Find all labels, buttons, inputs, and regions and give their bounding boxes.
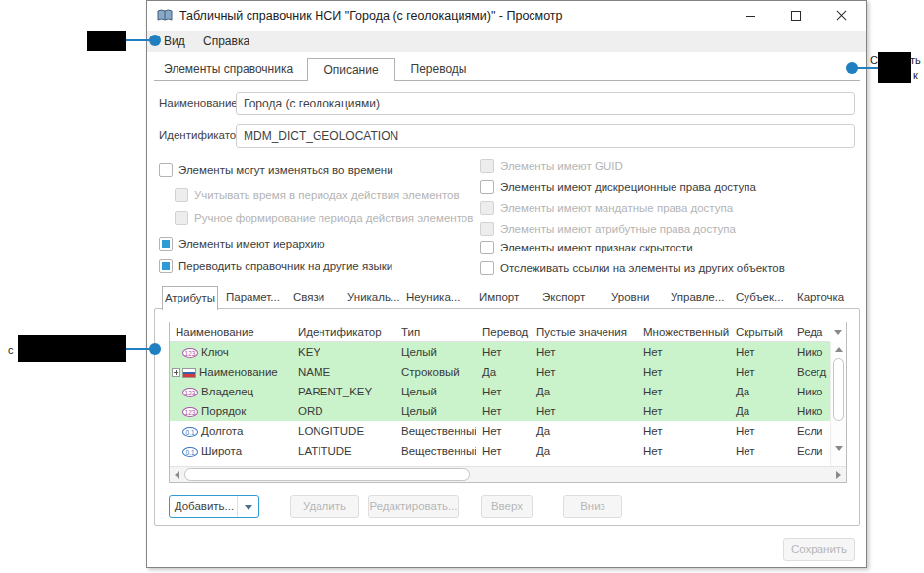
window-title: Табличный справочник НСИ "Города (с геол…: [179, 1, 563, 31]
tab-dictionary-elements[interactable]: Элементы справочника: [157, 59, 300, 80]
chevron-down-icon: [834, 330, 842, 335]
integer-type-icon: 123: [182, 407, 198, 417]
checkbox-icon: [159, 237, 173, 251]
minimize-button[interactable]: [728, 1, 773, 31]
attribute-row-order[interactable]: 123Порядок ORD Целый Нет Нет Нет Да Нико: [170, 401, 832, 421]
attribute-row-owner[interactable]: 123Владелец PARENT_KEY Целый Нет Да Нет …: [170, 382, 832, 401]
checkbox-icon: [175, 188, 188, 202]
menu-help[interactable]: Справка: [203, 31, 249, 52]
column-header-multiple[interactable]: Множественный: [637, 322, 730, 342]
tab-unique[interactable]: Уникаль...: [347, 287, 400, 307]
app-window: Табличный справочник НСИ "Города (с геол…: [146, 0, 867, 568]
add-button[interactable]: Добавить...: [169, 495, 259, 518]
tab-strip-divider: [154, 80, 860, 81]
callout-line: [126, 39, 150, 41]
column-header-type[interactable]: Тип: [395, 322, 476, 342]
checkbox-mandatory-rights: Элементы имеют мандатные права доступа: [480, 198, 733, 213]
redaction-box-table: [18, 335, 126, 362]
column-header-identifier[interactable]: Идентификатор: [292, 322, 395, 342]
edit-button: Редактировать...: [368, 495, 459, 518]
checkbox-time-variation[interactable]: Элементы могут изменяться во времени: [159, 160, 393, 175]
scroll-up-icon[interactable]: [835, 347, 843, 352]
chevron-down-icon: [245, 505, 252, 510]
annotation-fragment: к: [913, 69, 918, 81]
checkbox-hidden-flag[interactable]: Элементы имеют признак скрытости: [480, 238, 693, 252]
checkbox-hierarchy[interactable]: Элементы имеют иерархию: [159, 234, 325, 249]
table-rows-viewport: 123Ключ KEY Целый Нет Нет Нет Нет Нико Н…: [170, 342, 832, 467]
checkbox-attribute-rights: Элементы имеют атрибутные права доступа: [480, 219, 736, 234]
attribute-row-longitude[interactable]: 0.1Долгота LONGITUDE Вещественный Нет Да…: [170, 421, 832, 441]
horizontal-scroll-thumb[interactable]: [184, 468, 470, 481]
scroll-down-icon[interactable]: [835, 446, 843, 451]
checkbox-icon: [480, 180, 494, 194]
app-book-icon: [157, 8, 173, 24]
delete-button: Удалить: [290, 495, 359, 518]
checkbox-track-links[interactable]: Отслеживать ссылки на элементы из других…: [480, 258, 785, 273]
attribute-row-latitude[interactable]: 0.1Широта LATITUDE Вещественный Нет Да Н…: [170, 441, 832, 461]
title-bar: Табличный справочник НСИ "Города (с геол…: [147, 1, 866, 31]
move-down-button: Вниз: [563, 495, 622, 518]
integer-type-icon: 123: [182, 348, 198, 358]
tab-import[interactable]: Импорт: [479, 287, 519, 307]
save-button: Сохранить: [783, 538, 855, 561]
name-field-label: Наименование:: [159, 97, 241, 108]
screenshot-canvas: Табличный справочник НСИ "Города (с геол…: [0, 0, 924, 573]
menu-view[interactable]: Вид: [164, 31, 185, 52]
tab-subjects[interactable]: Субъек...: [736, 287, 784, 307]
tab-parameters[interactable]: Парамет...: [226, 287, 280, 307]
table-header-row: Наименование Идентификатор Тип Перевод П…: [170, 322, 832, 342]
redaction-box-menu: [87, 31, 126, 51]
add-dropdown-arrow[interactable]: [237, 496, 258, 517]
checkbox-icon: [159, 163, 173, 177]
checkbox-icon: [480, 241, 494, 254]
tab-export[interactable]: Экспорт: [542, 287, 585, 307]
tab-management[interactable]: Управле...: [671, 287, 724, 307]
scroll-left-icon[interactable]: [175, 471, 179, 479]
redaction-box-tabs: [878, 52, 911, 83]
attribute-row-name[interactable]: Наименование NAME Строковый Да Нет Нет Н…: [170, 362, 832, 382]
minimize-icon: [746, 16, 755, 17]
tab-translations[interactable]: Переводы: [395, 59, 482, 80]
column-header-empty-values[interactable]: Пустые значения: [531, 322, 637, 342]
column-header-hidden[interactable]: Скрытый: [730, 322, 791, 342]
vertical-scrollbar[interactable]: [830, 342, 846, 467]
checkbox-manual-period: Ручное формирование периода действия эле…: [175, 208, 473, 223]
checkbox-discretionary-rights[interactable]: Элементы имеют дискреционные права досту…: [480, 178, 756, 192]
identifier-field-label: Идентификатор:: [159, 129, 246, 141]
horizontal-scrollbar[interactable]: [170, 466, 846, 482]
maximize-button[interactable]: [773, 1, 818, 31]
maximize-icon: [791, 11, 801, 21]
tab-levels[interactable]: Уровни: [611, 287, 649, 307]
column-header-edit[interactable]: Реда: [791, 322, 832, 342]
checkbox-icon: [175, 211, 188, 225]
annotation-fragment: С: [870, 54, 878, 66]
tab-nonunique[interactable]: Неуника...: [406, 287, 460, 307]
tab-card[interactable]: Карточка: [797, 287, 844, 307]
attribute-row-key[interactable]: 123Ключ KEY Целый Нет Нет Нет Нет Нико: [170, 342, 832, 362]
callout-dot-menu: [149, 35, 161, 46]
close-button[interactable]: [818, 1, 864, 31]
expand-plus-icon[interactable]: [172, 368, 180, 377]
move-up-button: Вверх: [481, 495, 533, 518]
identifier-input[interactable]: [236, 124, 855, 148]
russian-flag-icon: [182, 368, 196, 378]
column-header-translate[interactable]: Перевод: [476, 322, 531, 342]
tab-attributes[interactable]: Атрибуты: [162, 286, 218, 310]
tab-description[interactable]: Описание: [307, 58, 395, 81]
attributes-table: Наименование Идентификатор Тип Перевод П…: [169, 322, 847, 483]
menu-bar: Вид Справка: [147, 31, 866, 52]
callout-dot-table: [149, 343, 161, 355]
column-header-name[interactable]: Наименование: [170, 322, 292, 342]
checkbox-translate-dictionary[interactable]: Переводить справочник на другие языки: [159, 256, 392, 271]
callout-line: [856, 67, 880, 69]
checkbox-guid: Элементы имеют GUID: [480, 156, 623, 171]
checkbox-time-periods: Учитывать время в периодах действия элем…: [175, 185, 460, 200]
column-chooser-button[interactable]: [830, 322, 846, 342]
scroll-right-icon[interactable]: [836, 471, 841, 479]
annotation-fragment: ть: [910, 54, 921, 66]
checkbox-icon: [480, 159, 494, 173]
tab-relations[interactable]: Связи: [293, 287, 324, 307]
name-input[interactable]: [236, 92, 855, 115]
annotation-fragment: с: [8, 344, 14, 356]
vertical-scroll-thumb[interactable]: [833, 358, 844, 421]
